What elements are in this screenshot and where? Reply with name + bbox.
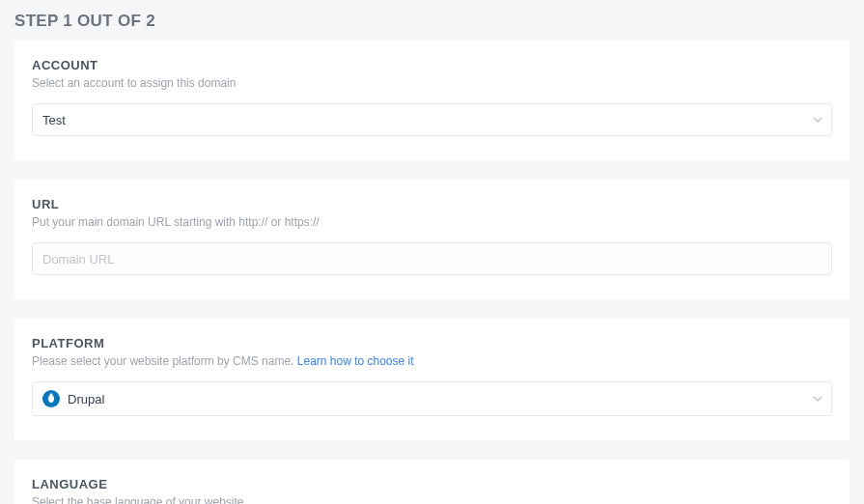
url-label: URL: [32, 197, 832, 211]
url-input[interactable]: [32, 242, 832, 275]
platform-select-wrapper: Drupal: [32, 381, 832, 416]
platform-label: PLATFORM: [32, 336, 832, 350]
account-select[interactable]: Test: [32, 103, 832, 136]
platform-learn-link[interactable]: Learn how to choose it: [297, 354, 414, 368]
language-card: LANGUAGE Select the base language of you…: [14, 460, 850, 504]
language-description: Select the base language of your website: [32, 495, 832, 504]
url-card: URL Put your main domain URL starting wi…: [14, 180, 850, 299]
account-description: Select an account to assign this domain: [32, 76, 832, 90]
page-title: STEP 1 OUT OF 2: [0, 0, 864, 41]
platform-description: Please select your website platform by C…: [32, 354, 832, 368]
url-description: Put your main domain URL starting with h…: [32, 215, 832, 229]
account-label: ACCOUNT: [32, 58, 832, 72]
language-label: LANGUAGE: [32, 477, 832, 491]
platform-select-value: Drupal: [68, 392, 800, 406]
platform-card: PLATFORM Please select your website plat…: [14, 319, 850, 440]
account-select-value: Test: [42, 113, 800, 127]
platform-description-text: Please select your website platform by C…: [32, 354, 297, 368]
drupal-icon: [42, 390, 60, 407]
account-select-wrapper: Test: [32, 103, 832, 136]
platform-select[interactable]: Drupal: [32, 381, 832, 416]
account-card: ACCOUNT Select an account to assign this…: [14, 41, 850, 160]
